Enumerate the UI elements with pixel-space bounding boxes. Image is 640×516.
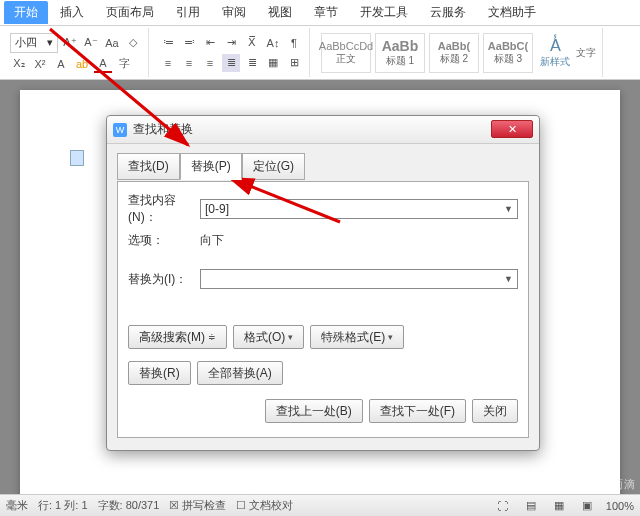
tab-replace[interactable]: 替换(P) [180,153,242,180]
ribbon: 小四▾ A⁺ A⁻ Aa ◇ X₂ X² A ab A 字 ≔ ≕ ⇤ ⇥ X̅… [0,26,640,80]
shading-icon[interactable]: ▦ [264,54,282,72]
find-replace-dialog: W 查找和替换 ✕ 查找(D) 替换(P) 定位(G) 查找内容(N)： [0-… [106,115,540,451]
watermark: 小雨滴 [600,477,636,492]
numbering-icon[interactable]: ≕ [180,34,198,52]
replace-input[interactable]: ▼ [200,269,518,289]
close-icon[interactable]: ✕ [491,120,533,138]
dialog-tabs: 查找(D) 替换(P) 定位(G) [117,152,529,179]
char-shading-icon[interactable]: 字 [115,55,133,73]
new-style-button[interactable]: A̾新样式 [540,36,570,69]
options-value: 向下 [200,232,224,249]
tab-start[interactable]: 开始 [4,1,48,24]
align-right-icon[interactable]: ≡ [201,54,219,72]
superscript-icon[interactable]: X² [31,55,49,73]
align-left-icon[interactable]: ≡ [159,54,177,72]
view-outline-icon[interactable]: ▦ [550,497,568,515]
align-center-icon[interactable]: ≡ [180,54,198,72]
font-color-icon[interactable]: A [94,55,112,73]
change-case-icon[interactable]: Aa [103,34,121,52]
status-spell[interactable]: ☒ 拼写检查 [169,498,226,513]
replace-label: 替换为(I)： [128,271,200,288]
font-size-value: 小四 [15,35,37,50]
tab-find[interactable]: 查找(D) [117,153,180,180]
special-format-button[interactable]: 特殊格式(E)▾ [310,325,404,349]
find-input[interactable]: [0-9]▼ [200,199,518,219]
tab-layout[interactable]: 页面布局 [96,1,164,24]
replace-button[interactable]: 替换(R) [128,361,191,385]
indent-dec-icon[interactable]: ⇤ [201,34,219,52]
view-fullscreen-icon[interactable]: ⛶ [494,497,512,515]
font-size-select[interactable]: 小四▾ [10,33,58,53]
style-h2[interactable]: AaBb(标题 2 [429,33,479,73]
tab-ref[interactable]: 引用 [166,1,210,24]
tab-section[interactable]: 章节 [304,1,348,24]
ribbon-tabs: 开始 插入 页面布局 引用 审阅 视图 章节 开发工具 云服务 文档助手 [0,0,640,26]
tab-helper[interactable]: 文档助手 [478,1,546,24]
borders-icon[interactable]: ⊞ [285,54,303,72]
decrease-font-icon[interactable]: A⁻ [82,34,100,52]
close-button[interactable]: 关闭 [472,399,518,423]
highlight-icon[interactable]: ab [73,55,91,73]
dialog-title: 查找和替换 [133,121,193,138]
style-h3[interactable]: AaBbC(标题 3 [483,33,533,73]
options-label: 选项： [128,232,200,249]
align-justify-icon[interactable]: ≣ [222,54,240,72]
advanced-search-button[interactable]: 高级搜索(M)≑ [128,325,227,349]
chevron-down-icon[interactable]: ▼ [504,204,513,214]
find-label: 查找内容(N)： [128,192,200,226]
clear-format-icon[interactable]: ◇ [124,34,142,52]
find-next-button[interactable]: 查找下一处(F) [369,399,466,423]
distribute-icon[interactable]: ≣ [243,54,261,72]
char-effect-icon[interactable]: A [52,55,70,73]
text-tools[interactable]: 文字 [576,46,596,60]
dialog-titlebar[interactable]: W 查找和替换 ✕ [107,116,539,144]
tab-goto[interactable]: 定位(G) [242,153,305,180]
app-icon: W [113,123,127,137]
sort-icon[interactable]: X̅ [243,34,261,52]
replace-all-button[interactable]: 全部替换(A) [197,361,283,385]
status-zoom[interactable]: 100% [606,500,634,512]
line-spacing-icon[interactable]: A↕ [264,34,282,52]
replace-panel: 查找内容(N)： [0-9]▼ 选项： 向下 替换为(I)： ▼ 高级搜索(M)… [117,181,529,438]
style-normal[interactable]: AaBbCcDd正文 [321,33,371,73]
status-unit: 毫米 [6,498,28,513]
view-web-icon[interactable]: ▣ [578,497,596,515]
find-prev-button[interactable]: 查找上一处(B) [265,399,363,423]
status-words[interactable]: 字数: 80/371 [98,498,160,513]
show-marks-icon[interactable]: ¶ [285,34,303,52]
increase-font-icon[interactable]: A⁺ [61,34,79,52]
subscript-icon[interactable]: X₂ [10,55,28,73]
page-break-icon [70,150,84,166]
statusbar: 毫米 行: 1 列: 1 字数: 80/371 ☒ 拼写检查 ☐ 文档校对 ⛶ … [0,494,640,516]
indent-inc-icon[interactable]: ⇥ [222,34,240,52]
bullets-icon[interactable]: ≔ [159,34,177,52]
style-h1[interactable]: AaBb标题 1 [375,33,425,73]
status-proof[interactable]: ☐ 文档校对 [236,498,293,513]
tab-review[interactable]: 审阅 [212,1,256,24]
tab-dev[interactable]: 开发工具 [350,1,418,24]
view-print-icon[interactable]: ▤ [522,497,540,515]
tab-insert[interactable]: 插入 [50,1,94,24]
chevron-down-icon[interactable]: ▼ [504,274,513,284]
status-pos: 行: 1 列: 1 [38,498,88,513]
tab-view[interactable]: 视图 [258,1,302,24]
tab-cloud[interactable]: 云服务 [420,1,476,24]
format-button[interactable]: 格式(O)▾ [233,325,304,349]
